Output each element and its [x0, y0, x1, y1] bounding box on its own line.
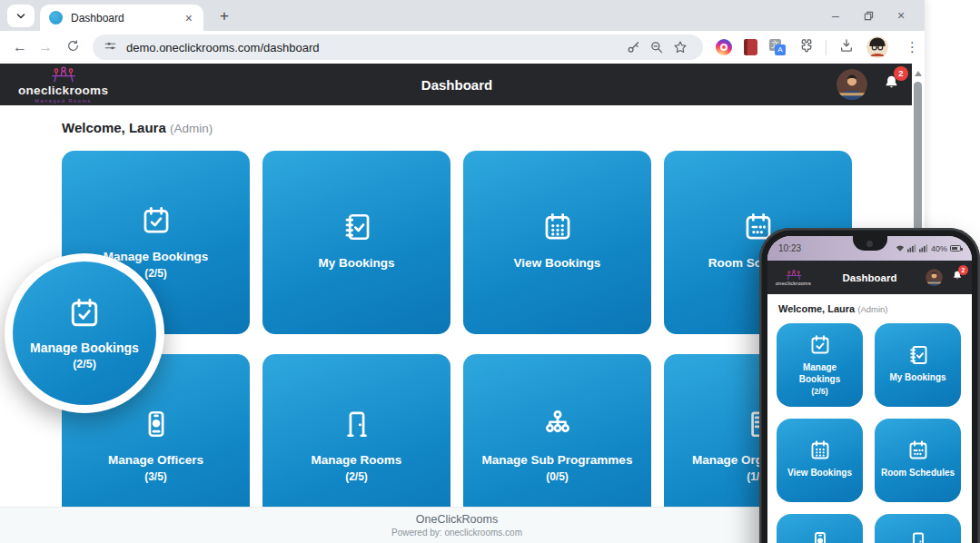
wifi-icon — [896, 244, 905, 252]
password-key-icon[interactable] — [621, 40, 645, 54]
welcome-heading: Welcome, Laura (Admin) — [62, 120, 213, 135]
door-icon — [907, 530, 929, 543]
callout-count: (2/5) — [73, 358, 96, 370]
browser-menu-icon[interactable]: ⋮ — [900, 39, 925, 55]
phone-welcome-heading: Welcome, Laura (Admin) — [778, 303, 963, 314]
calendar-check-icon — [141, 205, 172, 236]
phone-status-bar: 10:23 40% — [767, 236, 972, 261]
calendar-dots-icon — [907, 439, 929, 461]
forward-button[interactable]: → — [33, 39, 58, 55]
calendar-grid-icon — [809, 439, 831, 461]
window-close-button[interactable]: × — [885, 0, 917, 31]
downloads-icon[interactable] — [838, 37, 855, 57]
tab-search-button[interactable] — [7, 5, 35, 27]
welcome-text: Welcome, Laura — [62, 120, 166, 135]
tile-label: View Bookings — [787, 468, 852, 479]
phone-notification-badge: 2 — [958, 265, 968, 275]
book-extension-icon[interactable] — [744, 39, 757, 55]
phone-dashboard-content: Welcome, Laura (Admin) Manage Bookings (… — [767, 294, 972, 543]
app-header: oneclickrooms Managed Rooms Dashboard 2 — [0, 64, 914, 105]
notebook-check-icon — [342, 212, 372, 242]
tile-count: (2/5) — [811, 387, 828, 396]
officer-badge-icon — [141, 409, 172, 439]
tile-view-bookings[interactable]: View Bookings — [463, 151, 651, 334]
notifications-bell-icon[interactable]: 2 — [882, 74, 901, 96]
org-chart-icon — [542, 409, 573, 439]
tile-label: Manage Officers — [108, 452, 203, 469]
tile-count: (2/5) — [345, 470, 368, 483]
bookmark-star-icon[interactable] — [668, 40, 692, 54]
tile-count: (0/5) — [546, 470, 569, 483]
page-title: Dashboard — [0, 77, 914, 93]
notification-badge: 2 — [894, 66, 908, 81]
door-icon — [342, 409, 372, 439]
phone-welcome-role: (Admin) — [857, 304, 887, 314]
status-icons: 40% — [896, 244, 961, 253]
battery-percent: 40% — [931, 244, 947, 253]
magnified-manage-bookings-tile: Manage Bookings (2/5) — [13, 262, 156, 405]
extensions-puzzle-icon[interactable] — [797, 37, 814, 57]
phone-tile-view-bookings[interactable]: View Bookings — [777, 419, 863, 502]
translate-extension-icon[interactable]: 文A — [769, 39, 786, 55]
officer-badge-icon — [809, 530, 831, 543]
browser-toolbar: ← → demo.oneclickrooms.com/dashboard 文A — [0, 31, 925, 64]
status-time: 10:23 — [778, 243, 801, 253]
signal-icon — [907, 244, 916, 252]
tile-label: Manage Sub Programmes — [482, 452, 633, 469]
phone-notch — [853, 236, 887, 251]
signal-icon — [919, 244, 928, 252]
url-text: demo.oneclickrooms.com/dashboard — [126, 41, 621, 54]
tile-label: Manage Rooms — [312, 452, 402, 469]
reload-button[interactable] — [60, 39, 85, 56]
window-controls: – × — [819, 0, 917, 31]
instagram-extension-icon[interactable] — [716, 39, 732, 55]
calendar-check-icon — [68, 297, 101, 330]
site-settings-icon[interactable] — [104, 39, 117, 56]
magnifier-callout: Manage Bookings (2/5) — [5, 253, 164, 413]
new-tab-button[interactable]: + — [213, 5, 236, 28]
tile-label: My Bookings — [318, 255, 394, 272]
phone-tile-grid: Manage Bookings (2/5) My Bookings View B… — [777, 323, 963, 543]
url-bar[interactable]: demo.oneclickrooms.com/dashboard — [93, 35, 703, 60]
tile-label: Manage Bookings — [782, 362, 857, 385]
phone-app-header: oneclickrooms Dashboard 2 — [767, 261, 972, 294]
browser-tab[interactable]: Dashboard × — [40, 5, 203, 31]
phone-user-avatar[interactable] — [926, 269, 943, 286]
phone-tile-manage-bookings[interactable]: Manage Bookings (2/5) — [777, 323, 863, 407]
calendar-grid-icon — [542, 212, 573, 242]
phone-tile-manage-rooms[interactable]: Manage Rooms (2/5) — [875, 514, 961, 543]
calendar-check-icon — [809, 334, 831, 356]
phone-tile-my-bookings[interactable]: My Bookings — [875, 323, 961, 407]
phone-notifications-bell-icon[interactable]: 2 — [951, 270, 964, 286]
tab-close-icon[interactable]: × — [182, 11, 196, 25]
tile-count: (3/5) — [144, 470, 167, 483]
tile-label: Room Schedules — [881, 468, 955, 479]
window-minimize-button[interactable]: – — [819, 0, 852, 31]
phone-screen: 10:23 40% oneclickrooms Dashboard — [767, 236, 972, 543]
tab-title: Dashboard — [71, 12, 182, 25]
phone-header-actions: 2 — [926, 269, 964, 286]
tile-label: View Bookings — [514, 255, 601, 272]
browser-profile-avatar[interactable] — [866, 36, 888, 58]
scrollbar-up-arrow[interactable] — [915, 71, 922, 76]
tile-grid: Manage Bookings (2/5) My Bookings View B… — [62, 151, 852, 538]
camera-icon — [866, 241, 873, 247]
tile-my-bookings[interactable]: My Bookings — [262, 151, 450, 334]
callout-label: Manage Bookings — [30, 341, 139, 355]
window-restore-button[interactable] — [852, 0, 885, 31]
tile-label: My Bookings — [889, 372, 945, 384]
zoom-out-icon[interactable] — [645, 40, 668, 54]
page: { "glyphs": { "close": "×", "plus": "+",… — [0, 0, 980, 543]
tab-favicon-icon — [49, 11, 63, 25]
logo-tagline: Managed Rooms — [35, 99, 92, 104]
extensions-area: 文A ⋮ — [716, 36, 925, 58]
chevron-down-icon — [15, 11, 26, 22]
welcome-role: (Admin) — [170, 122, 213, 135]
phone-tile-room-schedules[interactable]: Room Schedules — [875, 419, 961, 502]
user-avatar[interactable] — [836, 69, 867, 100]
tab-strip: Dashboard × + – × — [0, 0, 925, 31]
header-actions: 2 — [836, 69, 901, 100]
phone-tile-manage-officers[interactable]: Manage Officers (3/5) — [777, 514, 863, 543]
toolbar-divider — [826, 40, 827, 55]
back-button[interactable]: ← — [7, 39, 33, 55]
